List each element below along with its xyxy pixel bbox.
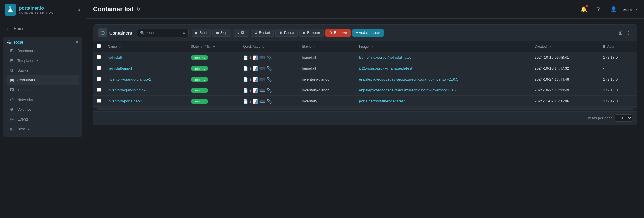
question-icon: ?	[597, 6, 600, 12]
row-checkbox-3[interactable]	[97, 88, 101, 92]
col-state[interactable]: State ↓↑ Filter ▼	[187, 41, 240, 52]
select-all-checkbox[interactable]	[97, 44, 101, 48]
kill-button[interactable]: ✕ Kill	[233, 29, 249, 37]
inspect-icon-1[interactable]: ℹ	[250, 66, 251, 71]
search-box[interactable]: 🔍 ✕	[137, 29, 189, 37]
image-link-3[interactable]: enpalepfioteddocsdevwecr.azurecr.io/ngin…	[359, 88, 456, 92]
logs-icon-2[interactable]: 📄	[243, 77, 248, 82]
image-link-0[interactable]: lscr.io/linuxserver/helmdall:latest	[359, 55, 412, 60]
sidebar-item-label: Templates	[17, 58, 34, 63]
sidebar-item-images[interactable]: 🖼 Images	[7, 85, 79, 95]
add-container-button[interactable]: + Add container	[352, 29, 384, 37]
attach-icon-2[interactable]: 📎	[267, 77, 272, 82]
resume-icon: ▶	[303, 31, 306, 35]
containers-panel: ⬡ Containers 🔍 ✕ ▶ Start ◼ S	[93, 24, 637, 125]
notifications-button[interactable]: 🔔	[579, 4, 589, 14]
resume-button[interactable]: ▶ Resume	[299, 29, 324, 37]
sidebar-item-host[interactable]: ⊞ Host ▾	[7, 124, 79, 134]
created-cell-3: 2024-10-24 13:44:49	[531, 85, 599, 96]
image-link-1[interactable]: jc21/nginx-proxy-manager:latest	[359, 66, 412, 70]
col-ip[interactable]: IP Addr	[600, 41, 637, 52]
sidebar-navigation: ⌂ Home 🐳 local ✕ ⊞ Dashboard ⊟ Templates	[0, 20, 86, 218]
environment-name[interactable]: 🐳 local	[7, 40, 23, 45]
exec-icon-0[interactable]: ⌨	[259, 55, 265, 60]
ip-cell-0: 172.18.0.	[600, 52, 637, 63]
inspect-icon-3[interactable]: ℹ	[250, 88, 251, 93]
sidebar-item-home[interactable]: ⌂ Home	[0, 23, 86, 34]
logs-icon-0[interactable]: 📄	[243, 55, 248, 60]
row-checkbox-4[interactable]	[97, 99, 101, 103]
container-name-link-0[interactable]: helmdall	[108, 55, 122, 60]
clear-search-icon[interactable]: ✕	[182, 31, 186, 35]
logs-icon-3[interactable]: 📄	[243, 88, 248, 93]
row-checkbox-0[interactable]	[97, 55, 101, 59]
col-stack[interactable]: Stack ↓↑	[298, 41, 356, 52]
kill-icon: ✕	[236, 31, 239, 35]
filter-state-icon[interactable]: Filter ▼	[205, 45, 215, 48]
container-name-link-3[interactable]: inventory-django-nginx-1	[108, 88, 149, 92]
inspect-icon-2[interactable]: ℹ	[250, 77, 251, 82]
app-name: portainer.io	[19, 5, 53, 11]
container-name-link-4[interactable]: inventory-portainer-1	[108, 99, 142, 103]
environment-section: 🐳 local ✕ ⊞ Dashboard ⊟ Templates ▾ ⧉ St…	[3, 37, 82, 137]
quick-actions-3: 📄 ℹ 📊 ⌨ 📎	[243, 88, 295, 93]
stats-icon-1[interactable]: 📊	[253, 66, 258, 71]
sort-state-icon: ↓↑	[201, 45, 204, 48]
more-options-button[interactable]: ⋮	[625, 29, 632, 37]
sidebar-item-networks[interactable]: ⬡ Networks	[7, 95, 79, 104]
close-environment-button[interactable]: ✕	[75, 40, 79, 45]
status-badge-3: running	[191, 88, 208, 93]
stats-icon-0[interactable]: 📊	[253, 55, 258, 60]
user-menu[interactable]: admin ▾	[623, 7, 637, 12]
scroll-track[interactable]	[97, 108, 633, 110]
stats-icon-2[interactable]: 📊	[253, 77, 258, 82]
collapse-sidebar-button[interactable]: «	[76, 6, 81, 14]
quick-actions-2: 📄 ℹ 📊 ⌨ 📎	[243, 77, 295, 82]
logs-icon-1[interactable]: 📄	[243, 66, 248, 71]
sidebar-item-dashboard[interactable]: ⊞ Dashboard	[7, 46, 79, 56]
stop-button[interactable]: ◼ Stop	[212, 29, 231, 37]
sidebar-item-templates[interactable]: ⊟ Templates ▾	[7, 56, 79, 65]
row-checkbox-1[interactable]	[97, 66, 101, 70]
col-image[interactable]: Image ↓↑	[356, 41, 531, 52]
row-checkbox-2[interactable]	[97, 77, 101, 81]
inspect-icon-0[interactable]: ℹ	[250, 55, 251, 60]
search-input[interactable]	[146, 31, 181, 35]
sidebar-item-volumes[interactable]: ⊕ Volumes	[7, 104, 79, 114]
columns-icon: ⊞	[619, 30, 622, 36]
attach-icon-1[interactable]: 📎	[267, 66, 272, 71]
horizontal-scrollbar[interactable]	[93, 108, 637, 112]
logs-icon-4[interactable]: 📄	[243, 99, 248, 104]
sidebar-item-stacks[interactable]: ⧉ Stacks	[7, 65, 79, 75]
exec-icon-1[interactable]: ⌨	[259, 66, 265, 71]
restart-button[interactable]: ↺ Restart	[251, 29, 274, 37]
pause-button[interactable]: ⏸ Pause	[275, 29, 298, 37]
status-badge-1: running	[191, 66, 208, 71]
exec-icon-3[interactable]: ⌨	[259, 88, 265, 93]
sidebar-item-events[interactable]: ◷ Events	[7, 114, 79, 124]
exec-icon-2[interactable]: ⌨	[259, 77, 265, 82]
container-name-link-2[interactable]: inventory-django-django-1	[108, 77, 151, 81]
start-button[interactable]: ▶ Start	[192, 29, 210, 37]
attach-icon-3[interactable]: 📎	[267, 88, 272, 93]
stats-icon-4[interactable]: 📊	[253, 99, 258, 104]
refresh-icon[interactable]: ↻	[136, 7, 140, 12]
inspect-icon-4[interactable]: ℹ	[250, 99, 251, 104]
remove-button[interactable]: 🗑 Remove	[325, 29, 351, 37]
username: admin	[623, 7, 633, 12]
container-name-link-1[interactable]: heimdall-app-1	[108, 66, 132, 70]
image-link-4[interactable]: portainer/portainer-ce:latest	[359, 99, 405, 103]
image-link-2[interactable]: enpalepfioteddocsdevwecr.azurecr.io/djan…	[359, 77, 458, 81]
sidebar-item-label: Stacks	[17, 68, 28, 72]
sidebar-item-label: Dashboard	[17, 49, 36, 53]
attach-icon-0[interactable]: 📎	[267, 55, 272, 60]
items-per-page-select[interactable]: 102550100	[615, 114, 632, 122]
col-name[interactable]: Name ↓↑	[104, 41, 187, 52]
sidebar-item-containers[interactable]: ▣ Containers	[7, 75, 79, 85]
help-button[interactable]: ?	[593, 4, 604, 14]
stats-icon-3[interactable]: 📊	[253, 88, 258, 93]
attach-icon-4[interactable]: 📎	[267, 99, 272, 104]
exec-icon-4[interactable]: ⌨	[259, 99, 265, 104]
col-created[interactable]: Created ↓↑	[531, 41, 599, 52]
columns-button[interactable]: ⊞	[618, 29, 624, 37]
